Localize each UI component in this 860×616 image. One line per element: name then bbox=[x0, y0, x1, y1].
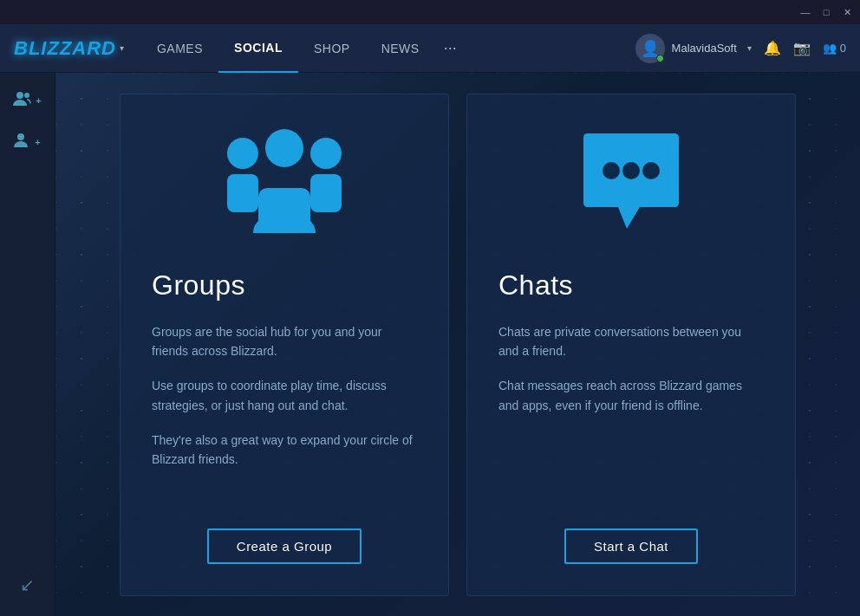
friends-button[interactable]: 👥 0 bbox=[823, 42, 846, 55]
sidebar: + + ↙ bbox=[0, 73, 55, 616]
friends-icon: 👥 bbox=[823, 42, 837, 55]
svg-point-7 bbox=[265, 129, 303, 167]
chats-title: Chats bbox=[498, 269, 573, 302]
groups-card: Groups Groups are the social hub for you… bbox=[120, 94, 449, 596]
main-layout: + + ↙ bbox=[0, 73, 860, 616]
groups-body-p3: They're also a great way to expand your … bbox=[152, 431, 417, 470]
svg-point-11 bbox=[642, 162, 660, 179]
groups-body-p1: Groups are the social hub for you and yo… bbox=[152, 322, 417, 361]
svg-point-1 bbox=[24, 93, 29, 98]
logo-dropdown-icon: ▾ bbox=[120, 43, 124, 53]
svg-rect-6 bbox=[310, 174, 342, 212]
svg-point-3 bbox=[227, 138, 258, 169]
maximize-button[interactable]: □ bbox=[820, 6, 832, 18]
nav-news[interactable]: NEWS bbox=[366, 24, 435, 73]
nav-games[interactable]: GAMES bbox=[141, 24, 218, 73]
nav-right: 👤 MalavidaSoft ▾ 🔔 📷 👥 0 bbox=[635, 34, 846, 63]
chats-body-p1: Chats are private conversations between … bbox=[498, 322, 764, 361]
group-icon bbox=[13, 91, 32, 111]
svg-point-5 bbox=[310, 138, 342, 169]
add-friend-plus-icon: + bbox=[35, 137, 40, 147]
svg-rect-4 bbox=[227, 174, 258, 212]
groups-illustration bbox=[215, 129, 354, 242]
chats-card: Chats Chats are private conversations be… bbox=[466, 94, 796, 596]
main-content: Groups Groups are the social hub for you… bbox=[55, 73, 860, 616]
svg-point-9 bbox=[603, 162, 620, 179]
chats-body-p2: Chat messages reach across Blizzard game… bbox=[498, 376, 764, 415]
svg-point-0 bbox=[16, 92, 23, 99]
svg-point-2 bbox=[17, 133, 24, 140]
person-icon bbox=[14, 133, 31, 152]
user-icon: 👤 bbox=[641, 39, 660, 58]
chats-icon-area bbox=[498, 129, 764, 242]
user-menu[interactable]: 👤 MalavidaSoft ▾ bbox=[635, 34, 752, 63]
top-nav: BLIZZARD ▾ GAMES SOCIAL SHOP NEWS ··· 👤 … bbox=[0, 24, 860, 73]
chats-body: Chats are private conversations between … bbox=[498, 322, 764, 508]
username-label: MalavidaSoft bbox=[672, 42, 737, 55]
logo-text: BLIZZARD bbox=[14, 37, 116, 60]
create-group-button[interactable]: Create a Group bbox=[207, 528, 362, 564]
nav-shop[interactable]: SHOP bbox=[298, 24, 366, 73]
groups-body-p2: Use groups to coordinate play time, disc… bbox=[152, 376, 417, 415]
svg-rect-8 bbox=[258, 188, 310, 233]
sidebar-add-group[interactable]: + bbox=[10, 85, 46, 116]
title-bar: — □ ✕ bbox=[0, 0, 860, 24]
nav-items: GAMES SOCIAL SHOP NEWS ··· bbox=[141, 24, 635, 73]
sidebar-add-friend[interactable]: + bbox=[10, 126, 46, 158]
avatar: 👤 bbox=[635, 34, 665, 63]
groups-title: Groups bbox=[152, 269, 245, 302]
notifications-button[interactable]: 🔔 bbox=[764, 40, 781, 56]
sidebar-collapse-button[interactable]: ↙ bbox=[20, 574, 35, 604]
groups-body: Groups are the social hub for you and yo… bbox=[152, 322, 417, 508]
nav-social[interactable]: SOCIAL bbox=[218, 24, 298, 73]
svg-point-10 bbox=[622, 162, 640, 179]
user-dropdown-icon: ▾ bbox=[747, 43, 752, 53]
nav-more-button[interactable]: ··· bbox=[435, 39, 466, 57]
logo[interactable]: BLIZZARD ▾ bbox=[14, 37, 124, 60]
camera-button[interactable]: 📷 bbox=[793, 40, 811, 56]
online-status-indicator bbox=[656, 55, 664, 62]
close-button[interactable]: ✕ bbox=[841, 6, 853, 18]
chats-illustration bbox=[566, 129, 696, 242]
add-group-plus-icon: + bbox=[36, 95, 41, 106]
friends-count: 0 bbox=[840, 42, 846, 55]
groups-icon-area bbox=[152, 129, 417, 242]
minimize-button[interactable]: — bbox=[799, 6, 811, 18]
start-chat-button[interactable]: Start a Chat bbox=[564, 528, 698, 564]
